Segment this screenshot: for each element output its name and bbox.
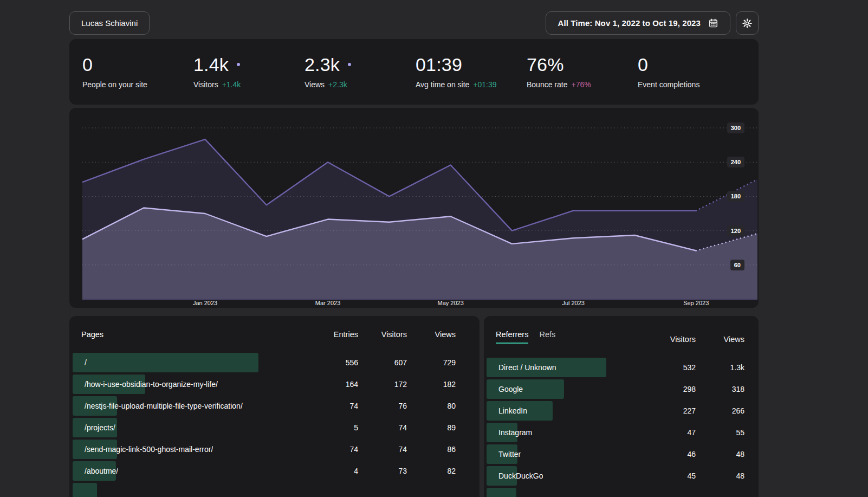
row-bar [73,483,97,497]
row-values: 57489 [309,417,456,438]
stat-value: 0 [638,54,648,75]
referrer-row[interactable]: Instagram4755 [487,422,756,443]
row-label: Direct / Unknown [498,357,556,378]
row-value: 729 [407,352,456,373]
live-indicator-dot [348,63,351,66]
pages-title: Pages [81,330,103,339]
row-value: 172 [358,373,407,395]
page-row[interactable]: /aboutme/47382 [73,460,476,482]
stat-label-row: Visitors+1.4k [193,80,305,89]
row-value: 74 [358,438,407,460]
site-switcher-button[interactable]: Lucas Schiavini [69,11,150,35]
stat-change: +1.4k [222,80,241,89]
stat-value-row: 0 [82,54,193,75]
traffic-chart[interactable]: 30024018012060Jan 2023Mar 2023May 2023Ju… [69,108,759,308]
referrer-row[interactable]: Twitter4648 [487,443,756,465]
stat-value-row: 2.3k [305,54,416,75]
row-value: 266 [696,400,744,422]
stat-value-row: 1.4k [193,54,305,75]
x-axis-label: Sep 2023 [672,300,721,306]
stat-value-row: 76% [527,54,638,75]
top-bar: Lucas Schiavini All Time: Nov 1, 2022 to… [69,11,759,35]
row-value: 74 [358,417,407,438]
site-name: Lucas Schiavini [81,18,138,28]
stat-label: Views [305,80,325,89]
row-values: 298318 [647,378,744,400]
settings-button[interactable] [736,11,759,35]
stat-change: +01:39 [473,80,496,89]
row-value: 4 [309,460,358,482]
row-values: 227266 [647,400,744,422]
row-value: 48 [696,465,744,487]
stat-label-row: People on your site [82,80,193,89]
row-label: /nestjs-file-upload-multiple-file-type-v… [85,395,243,417]
traffic-chart-card: 30024018012060Jan 2023Mar 2023May 2023Ju… [69,108,759,308]
stat-value: 1.4k [193,54,229,75]
row-label: /projects/ [85,417,115,438]
stat-value: 0 [82,54,93,75]
column-header-views: Views [407,330,456,339]
top-bar-right: All Time: Nov 1, 2022 to Oct 19, 2023 [546,11,759,35]
tab-refs[interactable]: Refs [539,330,555,344]
page-row[interactable]: /projects/57489 [73,417,476,438]
page-row[interactable]: /nestjs-file-upload-multiple-file-type-v… [73,395,476,417]
column-header-visitors: Visitors [358,330,407,339]
row-value: 532 [647,357,696,378]
referrer-row[interactable]: DuckDuckGo4548 [487,465,756,487]
stat-label: Visitors [193,80,218,89]
stat-label-row: Views+2.3k [305,80,416,89]
stat-label: People on your site [82,80,147,89]
calendar-icon [708,18,718,28]
row-value: 76 [358,395,407,417]
referrer-row-cutoff[interactable] [487,487,756,497]
row-label: /send-magic-link-500-ghost-mail-error/ [85,438,213,460]
row-bar [73,353,258,372]
stat-label: Event completions [638,80,699,89]
row-value: 607 [358,352,407,373]
stat-bounce-rate: 76%Bounce rate+76% [527,54,638,105]
x-axis-label: Mar 2023 [303,300,352,306]
row-value: 46 [647,443,696,465]
row-value: 182 [407,373,456,395]
referrers-table-body: Direct / Unknown5321.3kGoogle298318Linke… [484,357,759,497]
referrers-tabs: ReferrersRefs [496,330,555,344]
stats-bar: 0People on your site1.4kVisitors+1.4k2.3… [69,39,759,105]
stat-visitors: 1.4kVisitors+1.4k [193,54,305,105]
row-label: / [85,352,87,373]
referrer-row[interactable]: Google298318 [487,378,756,400]
row-value: 164 [309,373,358,395]
row-values: 747680 [309,395,456,417]
row-values: 747486 [309,438,456,460]
stat-value: 01:39 [416,54,462,75]
referrers-table-header: ReferrersRefs Visitors Views [484,316,759,344]
stat-views: 2.3kViews+2.3k [305,54,416,105]
stat-value-row: 01:39 [416,54,527,75]
gear-icon [742,18,753,29]
column-header-views: Views [696,335,744,344]
page-row[interactable]: /how-i-use-obsidian-to-organize-my-life/… [73,373,476,395]
stat-label: Bounce rate [527,80,568,89]
analytics-dashboard: Lucas Schiavini All Time: Nov 1, 2022 to… [0,0,868,497]
row-value: 80 [407,395,456,417]
row-label: Twitter [498,443,521,465]
stat-change: +2.3k [328,80,347,89]
date-range-button[interactable]: All Time: Nov 1, 2022 to Oct 19, 2023 [546,11,730,35]
pages-card: Pages Entries Visitors Views /556607729/… [69,316,480,497]
page-row-cutoff[interactable] [73,482,476,497]
row-value: 1.3k [696,357,744,378]
row-value: 73 [358,460,407,482]
page-row[interactable]: /send-magic-link-500-ghost-mail-error/74… [73,438,476,460]
y-axis-label: 240 [727,157,744,167]
stat-label: Avg time on site [416,80,469,89]
stat-label-row: Event completions [638,80,749,89]
row-values: 4648 [647,443,744,465]
tab-referrers[interactable]: Referrers [496,330,528,344]
pages-table-header: Pages Entries Visitors Views [69,316,480,339]
row-value: 318 [696,378,744,400]
column-header-visitors: Visitors [647,335,696,344]
referrer-row[interactable]: Direct / Unknown5321.3k [487,357,756,378]
referrer-row[interactable]: LinkedIn227266 [487,400,756,422]
row-value: 5 [309,417,358,438]
page-row[interactable]: /556607729 [73,352,476,373]
row-value: 47 [647,422,696,443]
